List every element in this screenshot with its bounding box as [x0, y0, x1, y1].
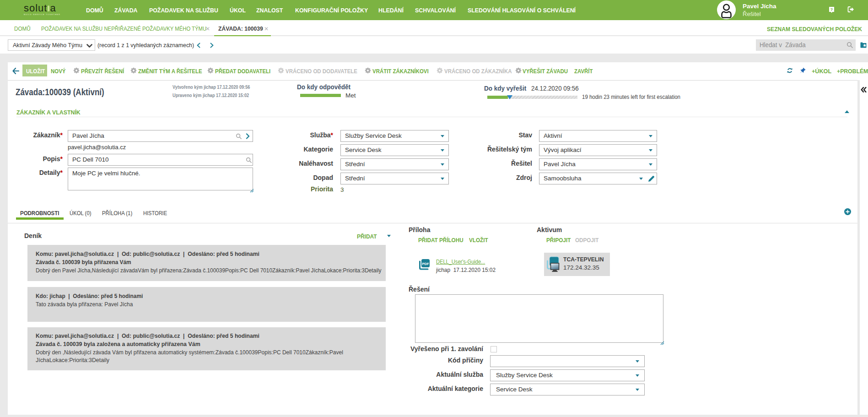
svg-text:PDF: PDF	[422, 262, 429, 266]
svg-text:?: ?	[830, 7, 833, 12]
